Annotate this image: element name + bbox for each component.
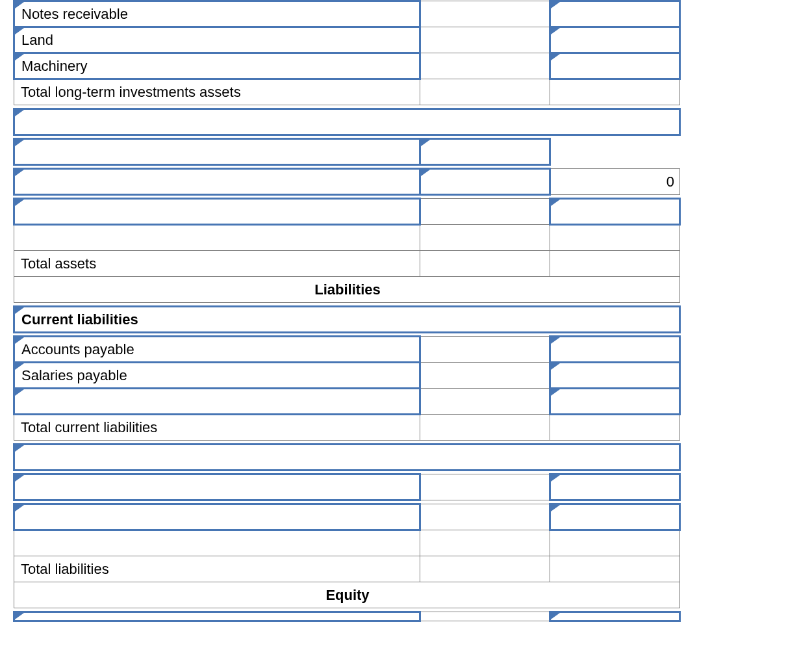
blank-col2-l3 — [420, 504, 550, 530]
comment-indicator-icon — [551, 337, 560, 344]
heading-equity: Equity — [14, 582, 680, 608]
comment-indicator-icon — [15, 389, 24, 396]
label-total-liabilities: Total liabilities — [14, 556, 420, 582]
val-machinery[interactable] — [550, 53, 680, 79]
col2-notes-receivable — [420, 1, 550, 27]
blank-label-l2[interactable] — [14, 474, 420, 500]
col2-machinery — [420, 53, 550, 79]
comment-indicator-icon — [15, 170, 24, 176]
comment-indicator-icon — [551, 363, 560, 370]
blank-val-l1[interactable] — [550, 389, 680, 415]
heading-liabilities: Liabilities — [14, 277, 680, 303]
blank-label-a4 — [14, 225, 420, 251]
comment-indicator-icon — [15, 110, 24, 116]
blank-val-l3[interactable] — [550, 504, 680, 530]
val-total-liabilities — [550, 556, 680, 582]
heading-current-liabilities[interactable]: Current liabilities — [14, 307, 680, 333]
label-accounts-payable[interactable]: Accounts payable — [14, 337, 420, 363]
comment-indicator-icon — [15, 445, 24, 452]
col2-salaries-payable — [420, 363, 550, 389]
blank-val-l2[interactable] — [550, 474, 680, 500]
blank-label-l4 — [14, 530, 420, 556]
col2-total-current-liabilities — [420, 415, 550, 441]
comment-indicator-icon — [15, 307, 24, 314]
text-salaries-payable: Salaries payable — [21, 367, 127, 383]
comment-indicator-icon — [551, 505, 560, 511]
blank-val-l4 — [550, 530, 680, 556]
label-total-current-liabilities: Total current liabilities — [14, 415, 420, 441]
comment-indicator-icon — [15, 200, 24, 206]
text-zero: 0 — [666, 174, 674, 190]
blank-col2-e1 — [420, 612, 550, 621]
comment-indicator-icon — [15, 613, 24, 619]
comment-indicator-icon — [15, 54, 24, 60]
blank-val-a4 — [550, 225, 680, 251]
comment-indicator-icon — [15, 337, 24, 344]
blank-label-a2[interactable] — [14, 169, 420, 195]
text-equity-heading: Equity — [325, 587, 369, 603]
val-land[interactable] — [550, 27, 680, 53]
comment-indicator-icon — [551, 613, 560, 619]
blank-label-l3[interactable] — [14, 504, 420, 530]
comment-indicator-icon — [551, 200, 560, 206]
blank-label-e1[interactable] — [14, 612, 420, 621]
val-salaries-payable[interactable] — [550, 363, 680, 389]
label-total-lti: Total long-term investments assets — [14, 79, 420, 105]
label-notes-receivable[interactable]: Notes receivable — [14, 1, 420, 27]
text-total-current-liabilities: Total current liabilities — [21, 419, 157, 435]
col2-total-lti — [420, 79, 550, 105]
blank-section-row-2[interactable] — [14, 445, 680, 471]
col2-land — [420, 27, 550, 53]
comment-indicator-icon — [15, 363, 24, 370]
blank-label-a3[interactable] — [14, 199, 420, 225]
comment-indicator-icon — [551, 28, 560, 34]
col2-total-liabilities — [420, 556, 550, 582]
comment-indicator-icon — [15, 475, 24, 482]
col2-total-assets — [420, 251, 550, 277]
comment-indicator-icon — [551, 389, 560, 396]
val-notes-receivable[interactable] — [550, 1, 680, 27]
text-notes-receivable: Notes receivable — [21, 6, 128, 22]
text-accounts-payable: Accounts payable — [21, 341, 134, 357]
blank-label-a1[interactable] — [14, 139, 420, 165]
blank-label-l1[interactable] — [14, 389, 420, 415]
val-accounts-payable[interactable] — [550, 337, 680, 363]
blank-col2-a4 — [420, 225, 550, 251]
comment-indicator-icon — [551, 54, 560, 60]
blank-col2-l4 — [420, 530, 550, 556]
blank-section-row-1[interactable] — [14, 109, 680, 135]
text-machinery: Machinery — [21, 58, 87, 74]
text-current-liabilities-heading: Current liabilities — [21, 311, 138, 328]
blank-val-a3[interactable] — [550, 199, 680, 225]
comment-indicator-icon — [15, 505, 24, 511]
label-land[interactable]: Land — [14, 27, 420, 53]
comment-indicator-icon — [15, 2, 24, 8]
blank-val-e1[interactable] — [550, 612, 680, 621]
blank-col3-a1 — [550, 139, 680, 165]
comment-indicator-icon — [421, 140, 430, 146]
text-liabilities-heading: Liabilities — [314, 281, 380, 298]
text-total-liabilities: Total liabilities — [21, 561, 109, 577]
blank-col2-l2 — [420, 474, 550, 500]
val-total-lti — [550, 79, 680, 105]
sum-zero: 0 — [550, 169, 680, 195]
blank-col2-l1 — [420, 389, 550, 415]
comment-indicator-icon — [551, 2, 560, 8]
blank-val-a1[interactable] — [420, 139, 550, 165]
label-machinery[interactable]: Machinery — [14, 53, 420, 79]
val-total-current-liabilities — [550, 415, 680, 441]
comment-indicator-icon — [421, 170, 430, 176]
col2-accounts-payable — [420, 337, 550, 363]
comment-indicator-icon — [551, 475, 560, 482]
text-total-lti: Total long-term investments assets — [21, 84, 241, 100]
blank-val-a2[interactable] — [420, 169, 550, 195]
label-total-assets: Total assets — [14, 251, 420, 277]
text-total-assets: Total assets — [21, 255, 96, 272]
comment-indicator-icon — [15, 28, 24, 34]
blank-col2-a3 — [420, 199, 550, 225]
label-salaries-payable[interactable]: Salaries payable — [14, 363, 420, 389]
text-land: Land — [21, 32, 53, 48]
val-total-assets — [550, 251, 680, 277]
comment-indicator-icon — [15, 140, 24, 146]
balance-sheet-table: Notes receivable Land Machinery Total lo… — [13, 0, 681, 622]
